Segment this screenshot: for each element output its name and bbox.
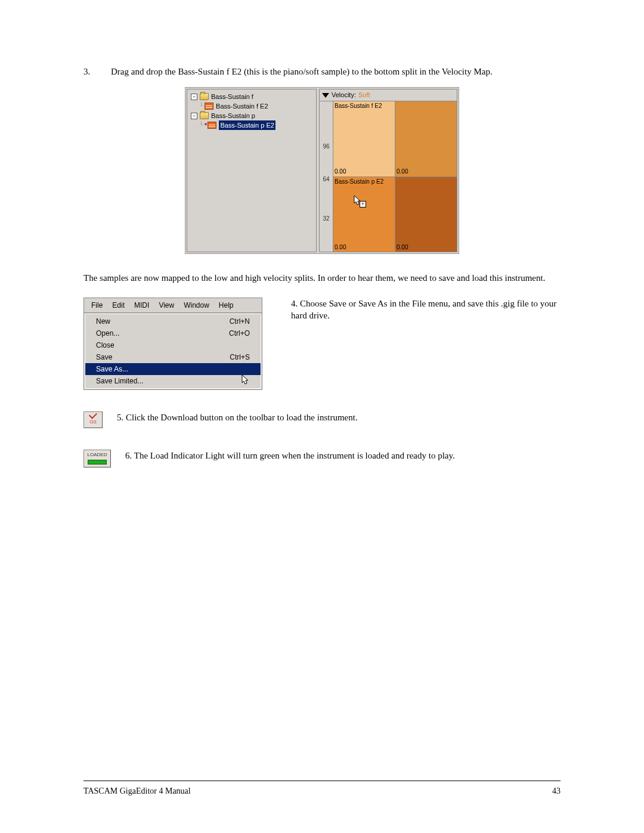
footer-title: TASCAM GigaEditor 4 Manual [83, 786, 191, 797]
download-arrow-icon [89, 411, 97, 419]
menu-help[interactable]: Help [214, 299, 239, 311]
ruler-tick-64: 64 [320, 175, 333, 184]
drag-cursor-icon: + [354, 195, 363, 207]
menu-item-label: Open... [96, 329, 119, 338]
folder-icon [200, 93, 209, 100]
menu-view[interactable]: View [154, 299, 179, 311]
load-indicator-light-icon [88, 460, 107, 465]
download-btn-label: GS [89, 419, 97, 426]
menu-item-save-limited[interactable]: Save Limited... [85, 375, 261, 387]
menu-edit[interactable]: Edit [107, 299, 129, 311]
sample-icon [205, 103, 213, 110]
ruler-tick-96: 96 [320, 143, 333, 151]
menu-item-shortcut: Ctrl+N [230, 317, 250, 326]
folder-icon [200, 112, 209, 119]
tree-folder-2[interactable]: − Bass-Sustain p [191, 111, 312, 120]
menu-item-label: Save As... [96, 364, 128, 374]
step-4-text: 4. Choose Save or Save As in the File me… [291, 298, 561, 322]
cell-value: 0.00 [335, 168, 346, 176]
cell-sample-label: Bass-Sustain f E2 [335, 102, 382, 110]
menu-item-save[interactable]: Save Ctrl+S [85, 351, 261, 363]
menu-item-close[interactable]: Close [85, 339, 261, 351]
menu-bar: File Edit MIDI View Window Help [84, 298, 262, 313]
tree-folder-2-label: Bass-Sustain p [211, 111, 255, 120]
cell-value: 0.00 [397, 243, 408, 252]
velocity-header: Velocity: Soft [320, 89, 457, 101]
loaded-indicator-label: LOADED [88, 452, 107, 459]
menu-item-label: New [96, 317, 110, 326]
figure-velocity-map: − Bass-Sustain f └ Bass-Sustain f E2 − B… [83, 87, 561, 254]
download-toolbar-button[interactable]: GS [83, 411, 103, 428]
menu-item-open[interactable]: Open... Ctrl+O [85, 327, 261, 339]
menu-item-save-as-selected[interactable]: Save As... [85, 363, 261, 375]
velocity-map-panel: Velocity: Soft 96 64 32 Bass-Sustain f E… [319, 89, 457, 252]
step-3-text: Drag and drop the Bass-Sustain f E2 (thi… [111, 66, 561, 78]
cell-value: 0.00 [335, 243, 346, 252]
velocity-cell-top-a[interactable]: Bass-Sustain f E2 0.00 [333, 101, 395, 177]
file-menu-figure: File Edit MIDI View Window Help New Ctrl… [83, 298, 262, 390]
loaded-indicator: LOADED [83, 450, 111, 467]
menu-item-label: Close [96, 340, 114, 350]
cursor-icon [242, 374, 250, 388]
tree-sample-1-label: Bass-Sustain f E2 [216, 101, 268, 111]
menu-item-shortcut: Ctrl+O [229, 329, 250, 338]
menu-item-shortcut: Ctrl+S [230, 352, 250, 362]
menu-window[interactable]: Window [179, 299, 214, 311]
collapse-icon[interactable]: − [191, 113, 197, 119]
page-footer: TASCAM GigaEditor 4 Manual 43 [83, 781, 561, 797]
step-3: 3. Drag and drop the Bass-Sustain f E2 (… [83, 66, 561, 78]
collapse-icon[interactable]: − [191, 94, 197, 100]
step-3-number: 3. [83, 66, 111, 78]
cell-value: 0.00 [397, 168, 408, 176]
tree-folder-1-label: Bass-Sustain f [211, 92, 253, 101]
cell-sample-label: Bass-Sustain p E2 [335, 178, 383, 186]
velocity-header-label: Velocity: [332, 91, 356, 100]
menu-midi[interactable]: MIDI [129, 299, 154, 311]
tree-sample-2-selected[interactable]: └* Bass-Sustain p E2 [191, 120, 312, 130]
tree-folder-1[interactable]: − Bass-Sustain f [191, 92, 312, 101]
velocity-cell-bottom-a[interactable]: Bass-Sustain p E2 + 0.00 [333, 177, 395, 252]
velocity-cell-top-b[interactable]: 0.00 [395, 101, 457, 177]
velocity-cell-bottom-b[interactable]: 0.00 [395, 177, 457, 252]
menu-item-label: Save Limited... [96, 376, 143, 386]
footer-page-number: 43 [552, 786, 561, 797]
tree-sample-2-label: Bass-Sustain p E2 [219, 120, 275, 130]
menu-item-label: Save [96, 352, 112, 362]
menu-file[interactable]: File [86, 299, 107, 311]
velocity-header-value: Soft [358, 91, 370, 100]
ruler-tick-32: 32 [320, 215, 333, 223]
step-5-text: 5. Click the Download button on the tool… [117, 411, 561, 423]
disclosure-triangle-icon[interactable] [322, 93, 329, 98]
step-6-text: 6. The Load Indicator Light will turn gr… [125, 450, 561, 462]
velocity-ruler: 96 64 32 [320, 101, 333, 252]
menu-item-new[interactable]: New Ctrl+N [85, 315, 261, 327]
sample-icon [208, 122, 216, 129]
paragraph-after-fig1: The samples are now mapped to the low an… [83, 272, 561, 284]
tree-sample-1[interactable]: └ Bass-Sustain f E2 [191, 101, 312, 111]
sample-tree-panel: − Bass-Sustain f └ Bass-Sustain f E2 − B… [187, 89, 317, 252]
